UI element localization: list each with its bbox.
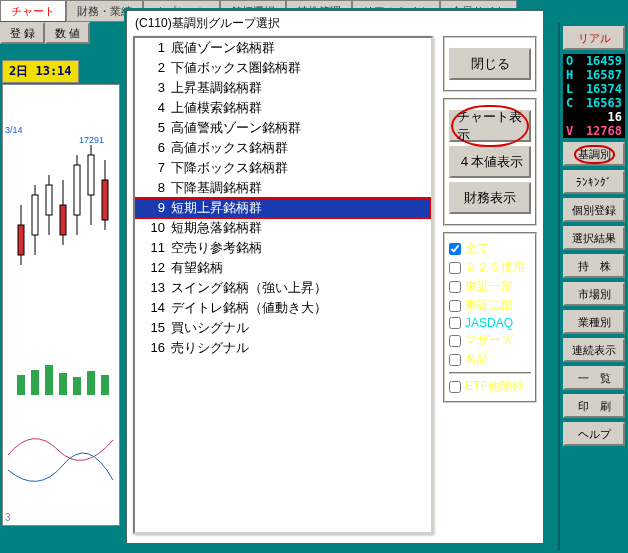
filter-名証[interactable]: 名証 bbox=[449, 351, 531, 368]
help-button[interactable]: ヘルプ bbox=[563, 422, 625, 446]
group-item[interactable]: 14デイトレ銘柄（値動き大） bbox=[135, 298, 431, 318]
values-button[interactable]: 数 値 bbox=[45, 22, 90, 44]
filter-東証一部[interactable]: 東証一部 bbox=[449, 278, 531, 295]
svg-rect-19 bbox=[87, 371, 95, 395]
close-button[interactable]: 閉じる bbox=[449, 48, 531, 80]
group-item[interactable]: 4上値模索銘柄群 bbox=[135, 98, 431, 118]
sector-button[interactable]: 業種別 bbox=[563, 310, 625, 334]
kichou-button[interactable]: 基調別 bbox=[563, 142, 625, 166]
filter-東証二部[interactable]: 東証二部 bbox=[449, 297, 531, 314]
svg-rect-16 bbox=[45, 365, 53, 395]
svg-rect-13 bbox=[102, 180, 108, 220]
group-item[interactable]: 5高値警戒ゾーン銘柄群 bbox=[135, 118, 431, 138]
group-item[interactable]: 13スイング銘柄（強い上昇） bbox=[135, 278, 431, 298]
group-item[interactable]: 7下降ボックス銘柄群 bbox=[135, 158, 431, 178]
ranking-button[interactable]: ﾗﾝｷﾝｸﾞ bbox=[563, 170, 625, 194]
select-result-button[interactable]: 選択結果 bbox=[563, 226, 625, 250]
holdings-button[interactable]: 持 株 bbox=[563, 254, 625, 278]
chart-display-button[interactable]: チャート表示 bbox=[449, 110, 531, 142]
individual-reg-button[interactable]: 個別登録 bbox=[563, 198, 625, 222]
axis-label: 3 bbox=[5, 512, 11, 523]
quote-box: O16459 H16587 L16374 C16563 16 V12768 bbox=[563, 54, 625, 138]
group-item[interactable]: 8下降基調銘柄群 bbox=[135, 178, 431, 198]
candle-sketch bbox=[3, 85, 119, 525]
print-button[interactable]: 印 刷 bbox=[563, 394, 625, 418]
group-item[interactable]: 10短期急落銘柄群 bbox=[135, 218, 431, 238]
group-listbox[interactable]: 1底値ゾーン銘柄群2下値ボックス圏銘柄群3上昇基調銘柄群4上値模索銘柄群5高値警… bbox=[133, 36, 433, 534]
group-item[interactable]: 12有望銘柄 bbox=[135, 258, 431, 278]
tab-chart[interactable]: チャート bbox=[0, 0, 66, 21]
toolbar: 登 録 数 値 bbox=[0, 22, 90, 44]
filter-JASDAQ[interactable]: JASDAQ bbox=[449, 316, 531, 330]
real-button[interactable]: リアル bbox=[563, 26, 625, 50]
chart-area: 3/14 17291 3 bbox=[2, 84, 120, 526]
svg-rect-7 bbox=[60, 205, 66, 235]
market-button[interactable]: 市場別 bbox=[563, 282, 625, 306]
group-item[interactable]: 16売りシグナル bbox=[135, 338, 431, 358]
svg-rect-20 bbox=[101, 375, 109, 395]
register-button[interactable]: 登 録 bbox=[0, 22, 45, 44]
svg-rect-1 bbox=[18, 225, 24, 255]
group-item[interactable]: 9短期上昇銘柄群 bbox=[135, 198, 431, 218]
group-item[interactable]: 15買いシグナル bbox=[135, 318, 431, 338]
group-item[interactable]: 2下値ボックス圏銘柄群 bbox=[135, 58, 431, 78]
filter-panel: 全て２２５採用東証一部東証二部JASDAQマザーズ名証ETF他除外 bbox=[443, 232, 537, 403]
svg-rect-5 bbox=[46, 185, 52, 215]
financial-display-button[interactable]: 財務表示 bbox=[449, 182, 531, 214]
svg-rect-9 bbox=[74, 165, 80, 215]
svg-rect-3 bbox=[32, 195, 38, 235]
filter-全て[interactable]: 全て bbox=[449, 240, 531, 257]
time-badge: 2日 13:14 bbox=[2, 60, 79, 83]
filter-ETF他除外[interactable]: ETF他除外 bbox=[449, 378, 531, 395]
continuous-button[interactable]: 連続表示 bbox=[563, 338, 625, 362]
group-item[interactable]: 6高値ボックス銘柄群 bbox=[135, 138, 431, 158]
svg-rect-14 bbox=[17, 375, 25, 395]
group-select-dialog: (C110)基調別グループ選択 1底値ゾーン銘柄群2下値ボックス圏銘柄群3上昇基… bbox=[126, 10, 544, 544]
right-sidebar: リアル O16459 H16587 L16374 C16563 16 V1276… bbox=[558, 22, 628, 550]
svg-rect-17 bbox=[59, 373, 67, 395]
dialog-title: (C110)基調別グループ選択 bbox=[127, 11, 543, 36]
filter-マザーズ[interactable]: マザーズ bbox=[449, 332, 531, 349]
4value-display-button[interactable]: ４本値表示 bbox=[449, 146, 531, 178]
group-item[interactable]: 11空売り参考銘柄 bbox=[135, 238, 431, 258]
list-button[interactable]: 一 覧 bbox=[563, 366, 625, 390]
svg-rect-15 bbox=[31, 370, 39, 395]
filter-２２５採用[interactable]: ２２５採用 bbox=[449, 259, 531, 276]
svg-rect-18 bbox=[73, 377, 81, 395]
svg-rect-11 bbox=[88, 155, 94, 195]
group-item[interactable]: 1底値ゾーン銘柄群 bbox=[135, 38, 431, 58]
group-item[interactable]: 3上昇基調銘柄群 bbox=[135, 78, 431, 98]
